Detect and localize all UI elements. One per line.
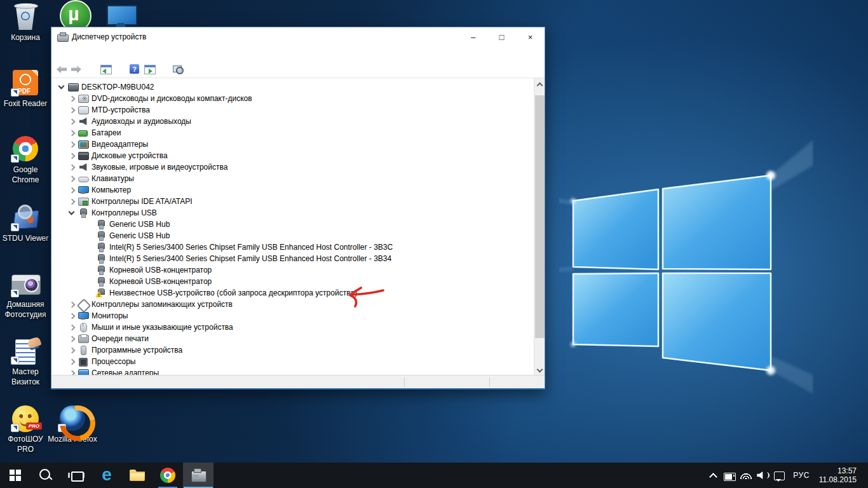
desktop-icon[interactable]: STDU Viewer [0,203,51,243]
tree-item[interactable]: Generic USB Hub [51,230,534,241]
action-center-icon[interactable] [771,467,787,484]
chevron-icon[interactable] [67,93,77,104]
forward-button[interactable] [71,64,82,74]
back-button[interactable] [56,64,67,74]
desktop-icon[interactable]: Google Chrome [0,135,51,185]
menu-item[interactable] [64,52,74,56]
tree-item[interactable]: Клавиатуры [51,173,534,184]
properties-button[interactable] [144,64,155,74]
desktop-icon[interactable]: PRO ФотоШОУ PRO [0,404,51,454]
desktop-icon[interactable]: Мастер Визиток [0,337,51,387]
tree-item[interactable]: Аудиовходы и аудиовыходы [51,116,534,127]
language-indicator[interactable]: РУС [787,471,815,480]
tree-item[interactable]: Контроллеры запоминающих устройств [51,299,534,310]
tree-item[interactable]: Видеоадаптеры [51,139,534,150]
chevron-icon[interactable] [67,105,77,115]
device-manager-button[interactable] [183,463,214,488]
tree-item[interactable]: MTD-устройства [51,104,534,116]
task-view-button[interactable] [61,463,92,488]
chevron-icon[interactable] [67,208,77,218]
desktop-icon[interactable]: Домашняя Фотостудия [0,269,51,320]
tree-item[interactable]: DESKTOP-M9BU042 [51,81,534,93]
chrome-button[interactable] [153,463,183,488]
search-button[interactable] [31,463,61,488]
chevron-icon[interactable] [67,311,77,321]
tree-item[interactable]: Intel(R) 5 Series/3400 Series Chipset Fa… [51,253,534,264]
tree-item-label: Intel(R) 5 Series/3400 Series Chipset Fa… [109,254,391,263]
tree-item[interactable]: DVD-дисководы и дисководы компакт-дисков [51,93,534,104]
tree-item[interactable]: Контроллеры IDE ATA/ATAPI [51,196,534,207]
tree-item[interactable]: Сетевые адаптеры [51,367,534,375]
chevron-icon[interactable] [67,196,77,207]
tree-item[interactable]: Неизвестное USB-устройство (сбой запроса… [51,287,534,299]
chevron-icon[interactable] [67,322,77,332]
scroll-down-icon[interactable] [534,364,545,375]
tree-item[interactable]: Очереди печати [51,333,534,344]
tree-item[interactable]: Мыши и иные указывающие устройства [51,322,534,333]
desktop-icon-label: Корзина [11,32,40,43]
chevron-icon[interactable] [67,116,77,126]
tree-item[interactable]: Контроллеры USB [51,207,534,219]
clock[interactable]: 13:57 11.08.2015 [815,466,863,484]
help-button[interactable] [129,64,140,74]
hidden-icons-chevron[interactable] [705,467,721,484]
desktop-icon[interactable]: µ [53,0,94,29]
chevron-icon[interactable] [85,254,95,264]
desktop-icon-art [10,269,41,299]
menu-item[interactable] [84,52,94,56]
toolbar-separator[interactable] [85,64,97,74]
tree-item[interactable]: Корневой USB-концентратор [51,276,534,287]
scan-hardware-changes-button[interactable] [173,64,184,74]
chevron-icon[interactable] [67,139,77,149]
scrollbar-thumb[interactable] [535,95,545,338]
chevron-icon[interactable] [67,334,77,344]
volume-icon[interactable] [755,467,770,484]
chevron-icon[interactable] [57,82,67,92]
chevron-icon[interactable] [67,128,77,138]
chevron-icon[interactable] [67,162,77,172]
titlebar[interactable]: Диспетчер устройств – □ × [51,27,545,46]
tree-item[interactable]: Программные устройства [51,344,534,356]
file-explorer-button[interactable] [122,463,153,488]
chevron-icon[interactable] [67,356,77,367]
desktop-icon[interactable]: Корзина [0,3,51,43]
chevron-icon[interactable] [67,368,77,375]
desktop-icon-label: STDU Viewer [3,233,48,243]
battery-icon[interactable] [722,467,737,484]
close-button[interactable]: × [516,27,545,46]
minimize-button[interactable]: – [459,27,487,46]
tree-item[interactable]: Процессоры [51,356,534,367]
chevron-icon[interactable] [85,265,95,275]
chevron-icon[interactable] [85,242,95,252]
menu-item[interactable] [53,52,64,56]
chevron-icon[interactable] [85,231,95,241]
tree-item[interactable]: Батареи [51,127,534,139]
chevron-icon[interactable] [67,299,77,309]
tree-item[interactable]: Корневой USB-концентратор [51,264,534,276]
scroll-up-icon[interactable] [534,78,545,89]
chevron-icon[interactable] [85,219,95,229]
tree-item[interactable]: Generic USB Hub [51,219,534,230]
wifi-icon[interactable] [738,467,754,484]
vertical-scrollbar[interactable] [534,78,545,375]
chevron-icon[interactable] [67,151,77,161]
desktop-icon[interactable]: Mozilla Firefox [47,404,98,444]
chevron-icon[interactable] [85,276,95,287]
tree-item[interactable]: Дисковые устройства [51,150,534,161]
toolbar-separator[interactable] [158,64,170,74]
tree-item[interactable]: Звуковые, игровые и видеоустройства [51,161,534,173]
chevron-icon[interactable] [85,288,95,298]
chevron-icon[interactable] [67,173,77,184]
toolbar-separator[interactable] [114,64,126,74]
chevron-icon[interactable] [67,185,77,195]
chevron-icon[interactable] [67,345,77,355]
tree-item[interactable]: Компьютер [51,184,534,196]
menu-item[interactable] [74,52,84,56]
tree-item[interactable]: Intel(R) 5 Series/3400 Series Chipset Fa… [51,241,534,253]
tree-item[interactable]: Мониторы [51,310,534,322]
desktop-icon[interactable]: Foxit Reader [0,69,51,109]
start-button[interactable] [0,463,31,488]
maximize-button[interactable]: □ [487,27,516,46]
edge-button[interactable]: e [92,463,122,488]
show-console-tree-button[interactable] [100,64,111,74]
